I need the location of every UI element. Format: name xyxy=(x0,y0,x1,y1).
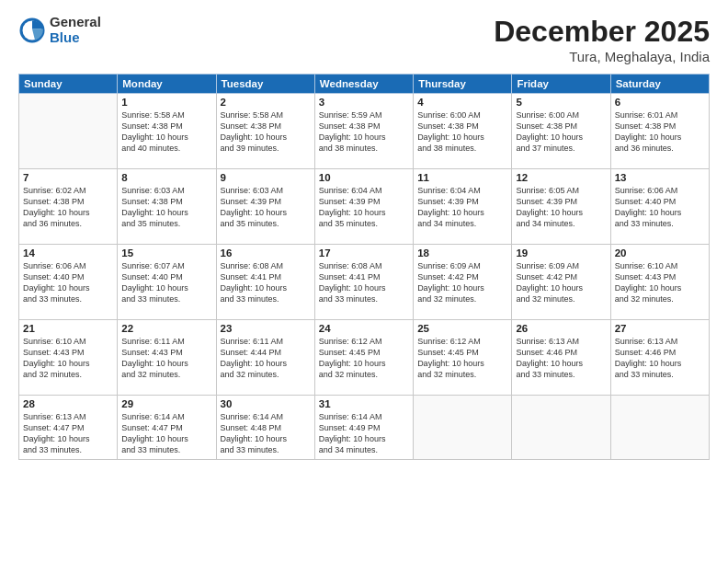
logo: General Blue xyxy=(18,15,101,45)
table-row: 7Sunrise: 6:02 AM Sunset: 4:38 PM Daylig… xyxy=(19,169,118,245)
table-row: 24Sunrise: 6:12 AM Sunset: 4:45 PM Dayli… xyxy=(314,320,413,396)
day-number: 15 xyxy=(121,247,211,259)
day-number: 14 xyxy=(23,247,113,259)
cell-info: Sunrise: 6:03 AM Sunset: 4:38 PM Dayligh… xyxy=(121,185,211,230)
day-number: 30 xyxy=(221,398,311,409)
cell-info: Sunrise: 6:10 AM Sunset: 4:43 PM Dayligh… xyxy=(615,260,705,305)
cell-info: Sunrise: 6:06 AM Sunset: 4:40 PM Dayligh… xyxy=(23,260,113,305)
day-number: 5 xyxy=(516,97,606,108)
day-number: 27 xyxy=(615,323,705,334)
table-row: 21Sunrise: 6:10 AM Sunset: 4:43 PM Dayli… xyxy=(19,320,118,396)
cell-info: Sunrise: 6:13 AM Sunset: 4:47 PM Dayligh… xyxy=(23,411,113,456)
cell-info: Sunrise: 5:58 AM Sunset: 4:38 PM Dayligh… xyxy=(221,109,311,155)
header: General Blue December 2025 Tura, Meghala… xyxy=(18,15,710,64)
day-number: 26 xyxy=(516,323,606,334)
month-title: December 2025 xyxy=(494,15,710,49)
col-thursday: Thursday xyxy=(414,75,512,94)
table-row: 10Sunrise: 6:04 AM Sunset: 4:39 PM Dayli… xyxy=(314,169,413,245)
table-row xyxy=(610,396,709,460)
logo-blue: Blue xyxy=(50,30,101,46)
cell-info: Sunrise: 6:06 AM Sunset: 4:40 PM Dayligh… xyxy=(615,185,705,230)
col-friday: Friday xyxy=(512,75,610,94)
cell-info: Sunrise: 6:11 AM Sunset: 4:44 PM Dayligh… xyxy=(221,336,311,381)
day-number: 16 xyxy=(221,247,311,259)
day-number: 1 xyxy=(121,97,211,108)
day-number: 4 xyxy=(417,97,507,108)
day-number: 28 xyxy=(23,398,113,409)
table-row: 2Sunrise: 5:58 AM Sunset: 4:38 PM Daylig… xyxy=(216,94,314,169)
col-tuesday: Tuesday xyxy=(216,75,314,94)
logo-text: General Blue xyxy=(50,15,101,45)
cell-info: Sunrise: 6:02 AM Sunset: 4:38 PM Dayligh… xyxy=(23,185,113,230)
col-wednesday: Wednesday xyxy=(314,75,413,94)
table-row: 14Sunrise: 6:06 AM Sunset: 4:40 PM Dayli… xyxy=(19,245,118,320)
cell-info: Sunrise: 6:14 AM Sunset: 4:49 PM Dayligh… xyxy=(319,411,409,456)
day-number: 29 xyxy=(121,398,211,409)
cell-info: Sunrise: 6:09 AM Sunset: 4:42 PM Dayligh… xyxy=(417,260,507,305)
day-number: 21 xyxy=(23,323,113,334)
table-row: 27Sunrise: 6:13 AM Sunset: 4:46 PM Dayli… xyxy=(610,320,709,396)
table-row: 5Sunrise: 6:00 AM Sunset: 4:38 PM Daylig… xyxy=(512,94,610,169)
header-row: Sunday Monday Tuesday Wednesday Thursday… xyxy=(19,75,710,94)
cell-info: Sunrise: 6:01 AM Sunset: 4:38 PM Dayligh… xyxy=(615,109,705,155)
cell-info: Sunrise: 6:00 AM Sunset: 4:38 PM Dayligh… xyxy=(516,109,606,155)
cell-info: Sunrise: 6:04 AM Sunset: 4:39 PM Dayligh… xyxy=(319,185,409,230)
table-row: 13Sunrise: 6:06 AM Sunset: 4:40 PM Dayli… xyxy=(610,169,709,245)
cell-info: Sunrise: 6:03 AM Sunset: 4:39 PM Dayligh… xyxy=(221,185,311,230)
day-number: 25 xyxy=(417,323,507,334)
cell-info: Sunrise: 5:58 AM Sunset: 4:38 PM Dayligh… xyxy=(121,109,211,155)
col-monday: Monday xyxy=(118,75,216,94)
table-row xyxy=(19,94,118,169)
table-row: 22Sunrise: 6:11 AM Sunset: 4:43 PM Dayli… xyxy=(118,320,216,396)
day-number: 19 xyxy=(516,247,606,259)
table-row: 8Sunrise: 6:03 AM Sunset: 4:38 PM Daylig… xyxy=(118,169,216,245)
table-row: 12Sunrise: 6:05 AM Sunset: 4:39 PM Dayli… xyxy=(512,169,610,245)
cell-info: Sunrise: 6:08 AM Sunset: 4:41 PM Dayligh… xyxy=(319,260,409,305)
logo-icon xyxy=(18,17,46,44)
table-row: 3Sunrise: 5:59 AM Sunset: 4:38 PM Daylig… xyxy=(314,94,413,169)
day-number: 10 xyxy=(319,172,409,183)
calendar-table: Sunday Monday Tuesday Wednesday Thursday… xyxy=(18,74,710,460)
cell-info: Sunrise: 5:59 AM Sunset: 4:38 PM Dayligh… xyxy=(319,109,409,155)
location-title: Tura, Meghalaya, India xyxy=(494,49,710,64)
cell-info: Sunrise: 6:11 AM Sunset: 4:43 PM Dayligh… xyxy=(121,336,211,381)
col-saturday: Saturday xyxy=(610,75,709,94)
col-sunday: Sunday xyxy=(19,75,118,94)
cell-info: Sunrise: 6:08 AM Sunset: 4:41 PM Dayligh… xyxy=(221,260,311,305)
day-number: 20 xyxy=(615,247,705,259)
table-row: 25Sunrise: 6:12 AM Sunset: 4:45 PM Dayli… xyxy=(414,320,512,396)
cell-info: Sunrise: 6:13 AM Sunset: 4:46 PM Dayligh… xyxy=(615,336,705,381)
table-row: 16Sunrise: 6:08 AM Sunset: 4:41 PM Dayli… xyxy=(216,245,314,320)
table-row: 1Sunrise: 5:58 AM Sunset: 4:38 PM Daylig… xyxy=(118,94,216,169)
table-row: 29Sunrise: 6:14 AM Sunset: 4:47 PM Dayli… xyxy=(118,396,216,460)
table-row: 26Sunrise: 6:13 AM Sunset: 4:46 PM Dayli… xyxy=(512,320,610,396)
cell-info: Sunrise: 6:07 AM Sunset: 4:40 PM Dayligh… xyxy=(121,260,211,305)
table-row: 20Sunrise: 6:10 AM Sunset: 4:43 PM Dayli… xyxy=(610,245,709,320)
table-row: 19Sunrise: 6:09 AM Sunset: 4:42 PM Dayli… xyxy=(512,245,610,320)
day-number: 6 xyxy=(615,97,705,108)
cell-info: Sunrise: 6:12 AM Sunset: 4:45 PM Dayligh… xyxy=(417,336,507,381)
table-row: 11Sunrise: 6:04 AM Sunset: 4:39 PM Dayli… xyxy=(414,169,512,245)
day-number: 17 xyxy=(319,247,409,259)
day-number: 7 xyxy=(23,172,113,183)
logo-general: General xyxy=(50,15,101,30)
table-row: 9Sunrise: 6:03 AM Sunset: 4:39 PM Daylig… xyxy=(216,169,314,245)
table-row: 4Sunrise: 6:00 AM Sunset: 4:38 PM Daylig… xyxy=(414,94,512,169)
table-row: 30Sunrise: 6:14 AM Sunset: 4:48 PM Dayli… xyxy=(216,396,314,460)
table-row: 18Sunrise: 6:09 AM Sunset: 4:42 PM Dayli… xyxy=(414,245,512,320)
table-row: 28Sunrise: 6:13 AM Sunset: 4:47 PM Dayli… xyxy=(19,396,118,460)
day-number: 8 xyxy=(121,172,211,183)
cell-info: Sunrise: 6:12 AM Sunset: 4:45 PM Dayligh… xyxy=(319,336,409,381)
cell-info: Sunrise: 6:13 AM Sunset: 4:46 PM Dayligh… xyxy=(516,336,606,381)
title-block: December 2025 Tura, Meghalaya, India xyxy=(494,15,710,64)
day-number: 11 xyxy=(417,172,507,183)
day-number: 22 xyxy=(121,323,211,334)
day-number: 31 xyxy=(319,398,409,409)
cell-info: Sunrise: 6:09 AM Sunset: 4:42 PM Dayligh… xyxy=(516,260,606,305)
cell-info: Sunrise: 6:05 AM Sunset: 4:39 PM Dayligh… xyxy=(516,185,606,230)
day-number: 3 xyxy=(319,97,409,108)
page: General Blue December 2025 Tura, Meghala… xyxy=(0,0,728,563)
day-number: 23 xyxy=(221,323,311,334)
table-row xyxy=(512,396,610,460)
table-row: 15Sunrise: 6:07 AM Sunset: 4:40 PM Dayli… xyxy=(118,245,216,320)
